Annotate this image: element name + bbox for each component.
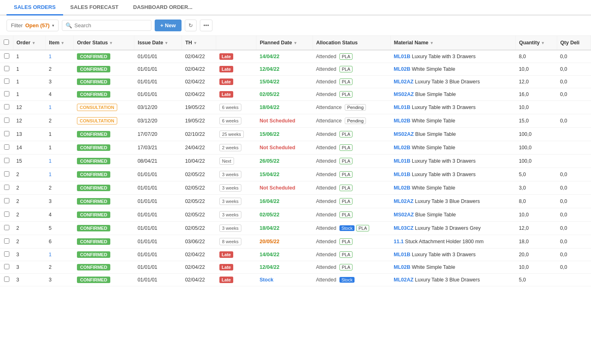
material-code-link[interactable]: ML02AZ — [394, 277, 415, 283]
order-status-badge: CONFIRMED — [77, 158, 111, 164]
qty-deli-cell — [557, 274, 591, 286]
allocation-status-cell: Attended PLA — [313, 128, 390, 141]
order-cell: 1 — [13, 63, 46, 76]
th-header[interactable]: TH ▾ — [182, 36, 216, 50]
order-status-badge: CONFIRMED — [77, 131, 111, 137]
filter-button[interactable]: Filter Open (57) ▾ — [7, 20, 59, 31]
material-code-link[interactable]: ML01B — [394, 172, 412, 177]
planned-date-header[interactable]: Planned Date ▾ — [256, 36, 313, 50]
order-cell: 1 — [13, 88, 46, 101]
th-badge-cell: Late — [216, 261, 256, 274]
issue-date-cell: 08/04/21 — [134, 155, 182, 168]
row-checkbox-cell — [0, 274, 13, 286]
material-code-link[interactable]: 11.1 — [394, 239, 405, 244]
qty-deli-cell: 0,0 — [557, 248, 591, 261]
material-code-link[interactable]: ML01B — [394, 54, 412, 59]
material-code-link[interactable]: ML01B — [394, 158, 412, 164]
planned-date-cell: Not Scheduled — [256, 181, 313, 195]
row-checkbox[interactable] — [4, 53, 9, 59]
allocation-badge: PLA — [339, 131, 353, 137]
more-options-button[interactable]: ••• — [200, 20, 213, 31]
material-code-link[interactable]: MS02AZ — [394, 92, 415, 97]
order-header[interactable]: Order ▾ — [13, 36, 46, 50]
row-checkbox[interactable] — [4, 198, 9, 203]
material-name-text: White Simple Table — [412, 66, 455, 72]
material-name-text: Luxury Table with 3 Drawers — [412, 54, 476, 59]
tab-sales-forecast[interactable]: SALES FORECAST — [63, 0, 126, 15]
material-code-link[interactable]: ML02B — [394, 264, 412, 270]
allocation-badge: PLA — [339, 78, 353, 85]
select-all-checkbox[interactable] — [4, 39, 9, 45]
item-link[interactable]: 1 — [49, 105, 52, 110]
th-badge: Late — [219, 78, 234, 85]
material-code-link[interactable]: MS02AZ — [394, 212, 415, 218]
table-row: 12CONFIRMED01/01/0102/04/22Late12/04/22A… — [0, 63, 591, 76]
quantity-header[interactable]: Quantity ▾ — [516, 36, 557, 50]
item-cell: 1 — [46, 168, 74, 181]
material-code-link[interactable]: ML01B — [394, 105, 412, 110]
material-code-link[interactable]: ML02B — [394, 185, 412, 191]
tab-sales-orders[interactable]: SALES ORDERS — [7, 0, 63, 15]
material-code-link[interactable]: ML02AZ — [394, 198, 415, 204]
row-checkbox[interactable] — [4, 131, 9, 136]
order-status-cell: CONFIRMED — [74, 248, 134, 261]
row-checkbox[interactable] — [4, 225, 9, 230]
material-code-link[interactable]: ML02B — [394, 118, 412, 124]
row-checkbox[interactable] — [4, 211, 9, 217]
row-checkbox-cell — [0, 261, 13, 274]
planned-date-cell: 12/04/22 — [256, 261, 313, 274]
sort-arrow: ▾ — [194, 41, 196, 45]
material-code-link[interactable]: ML01B — [394, 252, 412, 257]
row-checkbox[interactable] — [4, 91, 9, 96]
item-cell: 2 — [46, 261, 74, 274]
table-row: 32CONFIRMED01/01/0102/04/22Late12/04/22A… — [0, 261, 591, 274]
issue-date-header[interactable]: Issue Date ▾ — [134, 36, 182, 50]
material-code-link[interactable]: MS02AZ — [394, 131, 415, 137]
item-header[interactable]: Item ▾ — [46, 36, 74, 50]
row-checkbox[interactable] — [4, 277, 9, 282]
material-code-link[interactable]: ML03CZ — [394, 225, 415, 231]
row-checkbox-cell — [0, 195, 13, 208]
order-cell: 3 — [13, 274, 46, 286]
allocation-status-cell: Attended Stock — [313, 274, 390, 286]
new-button[interactable]: + New — [155, 20, 182, 31]
th-badge-header — [216, 36, 256, 50]
material-code-link[interactable]: ML02B — [394, 66, 412, 72]
row-checkbox-cell — [0, 181, 13, 195]
row-checkbox[interactable] — [4, 171, 9, 177]
allocation-status-cell: Attended PLA — [313, 155, 390, 168]
qty-deli-cell: 0,0 — [557, 181, 591, 195]
planned-date-cell: 14/04/22 — [256, 248, 313, 261]
item-link[interactable]: 1 — [49, 172, 52, 177]
th-badge: 3 weeks — [219, 198, 241, 205]
row-checkbox[interactable] — [4, 78, 9, 84]
order-cell: 12 — [13, 114, 46, 128]
row-checkbox[interactable] — [4, 144, 9, 150]
table-row: 21CONFIRMED01/01/0102/05/223 weeks15/04/… — [0, 168, 591, 181]
row-checkbox-cell — [0, 141, 13, 155]
sort-arrow: ▾ — [294, 41, 296, 45]
material-code-link[interactable]: ML02AZ — [394, 79, 415, 85]
row-checkbox[interactable] — [4, 158, 9, 163]
allocation-badge: Pending — [345, 104, 366, 111]
row-checkbox[interactable] — [4, 264, 9, 269]
quantity-cell: 10,0 — [516, 261, 557, 274]
row-checkbox[interactable] — [4, 118, 9, 123]
select-all-header[interactable] — [0, 36, 13, 50]
material-name-header[interactable]: Material Name ▾ — [390, 36, 515, 50]
refresh-button[interactable]: ↻ — [185, 20, 197, 31]
row-checkbox[interactable] — [4, 185, 9, 190]
row-checkbox[interactable] — [4, 66, 9, 71]
row-checkbox[interactable] — [4, 238, 9, 244]
order-status-header[interactable]: Order Status ▾ — [74, 36, 134, 50]
row-checkbox[interactable] — [4, 251, 9, 257]
row-checkbox[interactable] — [4, 104, 9, 109]
material-code-link[interactable]: ML02B — [394, 145, 412, 150]
item-link[interactable]: 1 — [49, 252, 52, 257]
tab-dashboard-order[interactable]: DASHBOARD ORDER... — [126, 0, 200, 15]
toolbar: Filter Open (57) ▾ 🔍 + New ↻ ••• — [0, 15, 591, 36]
material-name-text: White Simple Table — [412, 118, 455, 124]
search-input[interactable] — [74, 22, 140, 28]
item-link[interactable]: 1 — [49, 54, 52, 59]
item-link[interactable]: 1 — [49, 158, 52, 164]
